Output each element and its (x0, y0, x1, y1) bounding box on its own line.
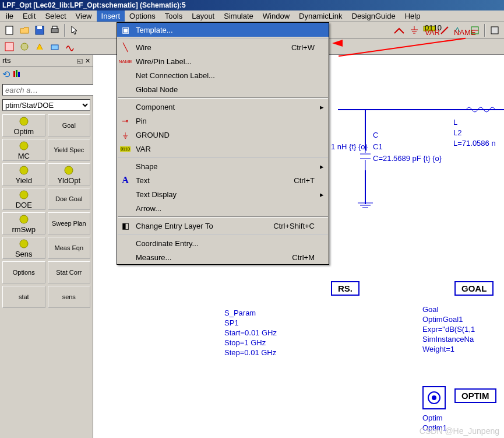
menu-component[interactable]: Component▸ (117, 100, 329, 114)
optim-box[interactable]: OPTIM (454, 388, 496, 403)
menu-measure[interactable]: Measure...Ctrl+M (117, 250, 329, 264)
watermark: CSDN @He_Junpeng (420, 426, 499, 436)
goal-line-2: Expr="dB(S(1,1 (422, 325, 475, 334)
sp-line-2: Start=0.01 GHz (224, 328, 277, 337)
menu-select[interactable]: Select (40, 10, 71, 22)
name-tool-icon[interactable]: NAME (453, 23, 467, 37)
svg-point-29 (20, 240, 28, 248)
menu-change[interactable]: ◧Change Entry Layer ToCtrl+Shift+C (117, 219, 329, 233)
tb2-icon-4[interactable] (48, 40, 62, 54)
optim-gear-icon[interactable] (422, 386, 446, 409)
template-icon: ▣ (119, 24, 131, 36)
goal-box[interactable]: GOAL (454, 281, 494, 296)
menu-ground[interactable]: ⏚GROUND (117, 128, 329, 142)
line-tool-icon[interactable] (438, 23, 452, 37)
menu-netconn[interactable]: Net Connection Label... (117, 68, 329, 82)
sidebar-dock-icon[interactable]: ◱ (77, 57, 83, 64)
component-palette: Optim Goal MC Yield Spec Yield YldOpt DO… (0, 112, 93, 438)
pbtn-options[interactable]: Options (2, 261, 45, 283)
ground-tool-icon[interactable] (407, 23, 421, 37)
svg-line-12 (441, 27, 448, 34)
menu-var[interactable]: 0110VAR (117, 142, 329, 156)
pbtn-prmswp[interactable]: rmSwp (2, 212, 45, 234)
svg-rect-20 (13, 71, 15, 77)
search-input[interactable] (2, 84, 107, 96)
pbtn-stat[interactable]: stat (2, 286, 45, 308)
wirepin-icon: NAME (119, 55, 131, 67)
text-icon: A (119, 174, 131, 186)
goal-line-1: OptimGoal1 (422, 315, 463, 324)
menu-help[interactable]: Help (400, 10, 425, 22)
palette-select[interactable]: ptim/Stat/DOE (2, 99, 90, 111)
menu-shape[interactable]: Shape▸ (117, 159, 329, 173)
menu-file[interactable]: ile (1, 10, 18, 22)
pbtn-doegoal[interactable]: Doe Goal (48, 188, 91, 210)
ground-icon: ⏚ (119, 129, 131, 141)
svg-rect-21 (16, 70, 17, 77)
menu-dynamiclink[interactable]: DynamicLink (294, 10, 347, 22)
pbtn-statcorr[interactable]: Stat Corr (48, 261, 91, 283)
menu-pin[interactable]: ⊸Pin (117, 114, 329, 128)
menu-arrow[interactable]: Arrow... (117, 201, 329, 215)
tool-extra-icon[interactable] (488, 23, 502, 37)
pbtn-sweepplan[interactable]: Sweep Plan (48, 212, 91, 234)
tb2-icon-3[interactable] (33, 40, 47, 54)
pbtn-doe[interactable]: DOE (2, 188, 45, 210)
menu-wirepin[interactable]: NAMEWire/Pin Label... (117, 54, 329, 68)
cursor-icon[interactable] (68, 23, 82, 37)
menu-global[interactable]: Global Node (117, 82, 329, 96)
new-icon[interactable] (2, 23, 16, 37)
pbtn-yldopt[interactable]: YldOpt (48, 163, 91, 185)
svg-rect-22 (18, 72, 20, 77)
svg-rect-17 (5, 43, 13, 51)
pbtn-mc[interactable]: MC (2, 139, 45, 161)
rs-box[interactable]: RS. (331, 281, 360, 296)
tb2-icon-1[interactable] (2, 40, 16, 54)
sidebar-close-icon[interactable]: ✕ (85, 57, 90, 64)
sidebar-back-icon[interactable]: ⟲ (2, 69, 10, 80)
menu-simulate[interactable]: Simulate (219, 10, 258, 22)
menu-insert[interactable]: Insert (97, 10, 125, 22)
label-lval: L=71.0586 n (453, 139, 496, 148)
wire-tool-icon[interactable] (392, 23, 406, 37)
menubar: ile Edit Select View Insert Options Tool… (0, 10, 504, 22)
pbtn-yield[interactable]: Yield (2, 163, 45, 185)
open-icon[interactable] (17, 23, 31, 37)
svg-point-24 (20, 142, 28, 150)
tb2-icon-5[interactable] (63, 40, 77, 54)
menu-layout[interactable]: Layout (187, 10, 219, 22)
menu-textdisp[interactable]: Text Display▸ (117, 187, 329, 201)
menu-options[interactable]: Options (125, 10, 160, 22)
svg-rect-3 (51, 29, 58, 33)
var-icon: 0110 (119, 143, 131, 155)
var-tool-icon[interactable]: 0110VAR (422, 23, 436, 37)
wire-icon: ╲ (119, 41, 131, 53)
menu-tools[interactable]: Tools (160, 10, 187, 22)
tb2-icon-2[interactable] (17, 40, 31, 54)
pbtn-sens[interactable]: Sens (2, 237, 45, 259)
menu-template[interactable]: ▣Template... (117, 23, 329, 37)
goal-line-0: Goal (422, 305, 438, 314)
pbtn-measeqn[interactable]: Meas Eqn (48, 237, 91, 259)
menu-designguide[interactable]: DesignGuide (347, 10, 400, 22)
pbtn-yieldspec[interactable]: Yield Spec (48, 139, 91, 161)
menu-view[interactable]: View (71, 10, 97, 22)
svg-point-23 (20, 117, 28, 125)
pbtn-goal[interactable]: Goal (48, 114, 91, 136)
menu-edit[interactable]: Edit (18, 10, 40, 22)
pbtn-sens2[interactable]: sens (48, 286, 91, 308)
label-l: L (453, 118, 457, 127)
print-icon[interactable] (48, 23, 62, 37)
svg-point-39 (432, 395, 436, 400)
pbtn-optim[interactable]: Optim (2, 114, 45, 136)
menu-coord[interactable]: Coordinate Entry... (117, 236, 329, 250)
menu-window[interactable]: Window (258, 10, 294, 22)
label-c1: C1 (373, 142, 383, 151)
svg-point-27 (20, 191, 28, 199)
misc-tool-icon[interactable] (468, 23, 482, 37)
menu-wire[interactable]: ╲WireCtrl+W (117, 40, 329, 54)
menu-text[interactable]: ATextCtrl+T (117, 173, 329, 187)
label-l2: L2 (453, 128, 461, 137)
save-icon[interactable] (33, 23, 47, 37)
sidebar-lib-icon[interactable] (12, 69, 23, 80)
